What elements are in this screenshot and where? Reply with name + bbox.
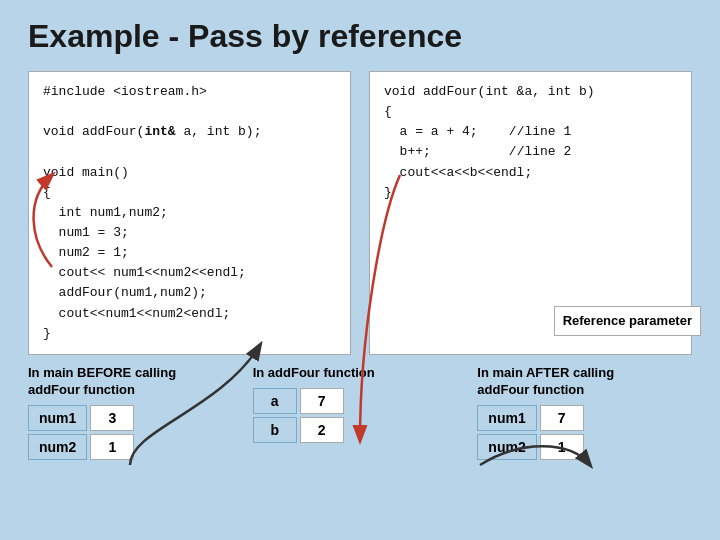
after-label: In main AFTER callingaddFour function [477,365,614,399]
code-line-3: void addFour(int& a, int b); [43,122,336,142]
in-val-b: 2 [300,417,344,443]
right-code-line1: a = a + 4; //line 1 [384,122,677,142]
before-column: In main BEFORE callingaddFour function n… [28,365,243,460]
right-code-line3: cout<<a<<b<<endl; [384,163,677,183]
code-line-12: cout<<num1<<num2<endl; [43,304,336,324]
in-val-a: 7 [300,388,344,414]
in-var-a: a [253,388,297,414]
reference-parameter-label: Reference parameter [554,306,701,336]
code-line-6: { [43,183,336,203]
bottom-section: In main BEFORE callingaddFour function n… [28,365,692,460]
after-val-num2: 1 [540,434,584,460]
right-code-box: void addFour(int &a, int b) { a = a + 4;… [369,71,692,355]
before-label: In main BEFORE callingaddFour function [28,365,176,399]
code-line-10: cout<< num1<<num2<<endl; [43,263,336,283]
in-addfour-column: In addFour function a 7 b 2 [253,365,468,443]
code-line-13: } [43,324,336,344]
after-var-num1: num1 [477,405,536,431]
after-column: In main AFTER callingaddFour function nu… [477,365,692,460]
slide-title: Example - Pass by reference [28,18,692,55]
code-line-2 [43,102,336,122]
after-val-num1: 7 [540,405,584,431]
code-line-5: void main() [43,163,336,183]
right-code-line2: b++; //line 2 [384,142,677,162]
before-var-num1: num1 [28,405,87,431]
before-val-num2: 1 [90,434,134,460]
left-code-box: #include <iostream.h> void addFour(int& … [28,71,351,355]
in-table: a 7 b 2 [253,388,344,443]
code-line-4 [43,142,336,162]
in-var-b: b [253,417,297,443]
after-table: num1 7 num2 1 [477,405,583,460]
code-line-9: num2 = 1; [43,243,336,263]
before-val-num1: 3 [90,405,134,431]
before-table: num1 3 num2 1 [28,405,134,460]
right-code-open: { [384,102,677,122]
in-addfour-label: In addFour function [253,365,375,382]
code-line-11: addFour(num1,num2); [43,283,336,303]
before-var-num2: num2 [28,434,87,460]
right-code-header: void addFour(int &a, int b) [384,82,677,102]
right-code-close: } [384,183,677,203]
code-line-8: num1 = 3; [43,223,336,243]
code-line-7: int num1,num2; [43,203,336,223]
code-line-1: #include <iostream.h> [43,82,336,102]
after-var-num2: num2 [477,434,536,460]
slide: Example - Pass by reference #include <io… [0,0,720,540]
content-area: #include <iostream.h> void addFour(int& … [28,71,692,355]
